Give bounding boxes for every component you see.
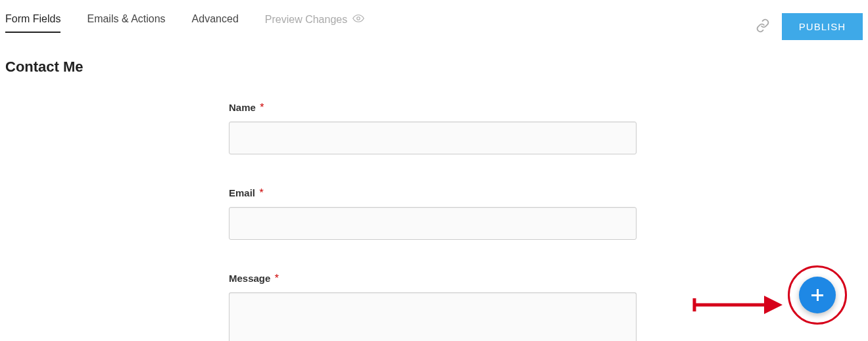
message-input[interactable] xyxy=(229,292,637,341)
email-input[interactable] xyxy=(229,207,637,240)
annotation-arrow xyxy=(692,292,784,318)
message-required: * xyxy=(275,273,279,284)
link-icon[interactable] xyxy=(756,18,770,35)
publish-button[interactable]: PUBLISH xyxy=(782,13,863,40)
tab-preview-label: Preview Changes xyxy=(265,14,347,26)
email-label: Email xyxy=(229,187,255,198)
add-field-button[interactable] xyxy=(799,277,836,313)
field-email: Email * xyxy=(229,187,637,240)
tab-advanced[interactable]: Advanced xyxy=(192,13,239,33)
name-input[interactable] xyxy=(229,122,637,154)
email-required: * xyxy=(259,187,263,198)
tab-preview-changes[interactable]: Preview Changes xyxy=(265,13,364,33)
svg-point-0 xyxy=(357,17,360,20)
fab-container xyxy=(776,262,855,341)
eye-icon xyxy=(352,14,364,26)
name-required: * xyxy=(260,102,264,113)
tab-emails-actions[interactable]: Emails & Actions xyxy=(87,13,165,33)
tab-form-fields[interactable]: Form Fields xyxy=(5,13,60,33)
field-name: Name * xyxy=(229,102,637,154)
field-message: Message * xyxy=(229,273,637,341)
name-label: Name xyxy=(229,102,256,113)
message-label: Message xyxy=(229,273,270,284)
page-title: Contact Me xyxy=(5,58,868,76)
